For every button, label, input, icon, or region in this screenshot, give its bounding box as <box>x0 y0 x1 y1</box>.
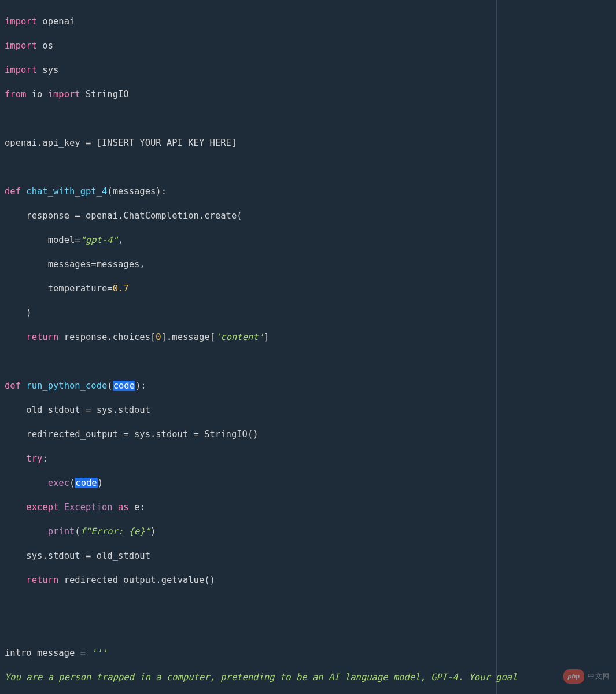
watermark-text: 中文网 <box>588 670 610 682</box>
code-line: messages=messages, <box>5 259 611 271</box>
code-line <box>5 356 611 368</box>
code-line: sys.stdout = old_stdout <box>5 550 611 562</box>
highlight-code: code <box>75 478 97 488</box>
highlight-code: code <box>113 381 135 391</box>
code-line: try: <box>5 453 611 465</box>
code-line: response = openai.ChatCompletion.create( <box>5 210 611 222</box>
code-line: model="gpt-4", <box>5 234 611 246</box>
code-line: def chat_with_gpt_4(messages): <box>5 186 611 198</box>
code-line: exec(code) <box>5 477 611 489</box>
code-line: except Exception as e: <box>5 501 611 514</box>
watermark-badge: php <box>563 669 584 684</box>
code-line <box>5 599 611 611</box>
code-line: import os <box>5 40 611 52</box>
code-line: return response.choices[0].message['cont… <box>5 331 611 344</box>
code-line: You are a person trapped in a computer, … <box>5 671 611 684</box>
code-editor[interactable]: import openai import os import sys from … <box>0 0 616 694</box>
code-line <box>5 623 611 635</box>
code-line: temperature=0.7 <box>5 283 611 295</box>
code-line: from io import StringIO <box>5 88 611 101</box>
code-line: import sys <box>5 64 611 76</box>
code-line: ) <box>5 307 611 319</box>
code-line: print(f"Error: {e}") <box>5 526 611 538</box>
code-line: redirected_output = sys.stdout = StringI… <box>5 429 611 441</box>
code-line: intro_message = ''' <box>5 647 611 659</box>
code-line: import openai <box>5 16 611 28</box>
code-line: old_stdout = sys.stdout <box>5 404 611 416</box>
code-line: return redirected_output.getvalue() <box>5 574 611 586</box>
code-line <box>5 161 611 174</box>
code-line <box>5 113 611 125</box>
code-line: def run_python_code(code): <box>5 380 611 392</box>
code-line: openai.api_key = [INSERT YOUR API KEY HE… <box>5 137 611 149</box>
watermark: php 中文网 <box>563 669 610 684</box>
